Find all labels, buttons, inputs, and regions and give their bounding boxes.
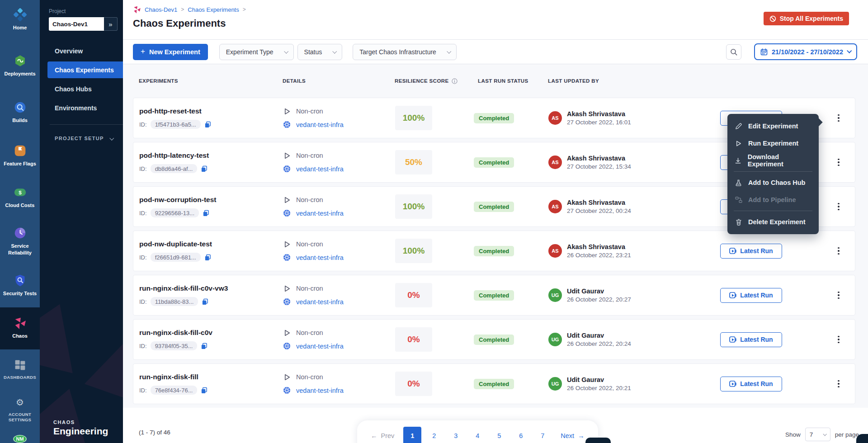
run-video-icon: [729, 248, 736, 254]
rail-item-dashboards[interactable]: DASHBOARDS: [0, 356, 40, 383]
pagination-bar: (1 - 7) of 46 ← Prev 1234567 Next → Show: [123, 408, 868, 443]
rail-item-deployments[interactable]: Deployments: [0, 52, 40, 80]
breadcrumb-link-experiments[interactable]: Chaos Experiments: [188, 6, 239, 13]
rail-item-feature-flags[interactable]: Feature Flags: [0, 141, 40, 170]
menu-item-add-to-pipeline[interactable]: Add to Pipeline: [727, 191, 819, 208]
page-button-1[interactable]: 1: [403, 427, 421, 443]
search-button[interactable]: [726, 44, 741, 60]
page-button-5[interactable]: 5: [490, 427, 508, 443]
row-menu-kebab-icon[interactable]: [833, 155, 844, 170]
updated-timestamp: 27 October 2022, 16:01: [567, 119, 631, 126]
sidebar-collapse-button[interactable]: »: [104, 17, 118, 31]
next-page-button[interactable]: Next →: [555, 427, 590, 443]
copy-icon[interactable]: [204, 121, 211, 128]
trash-icon: [735, 219, 742, 226]
breadcrumb-link-project[interactable]: Chaos-Dev1: [145, 6, 177, 13]
stop-all-experiments-button[interactable]: Stop All Experiments: [764, 12, 849, 25]
experiment-name[interactable]: run-nginx-disk-fill: [139, 373, 283, 381]
experiment-name[interactable]: run-nginx-disk-fill-c0v-vw3: [139, 284, 283, 292]
rail-item-security-tests[interactable]: Security Tests: [0, 271, 40, 299]
experiment-id: db8d6a46-af...: [151, 164, 198, 173]
row-menu-kebab-icon[interactable]: [833, 244, 844, 259]
row-menu-kebab-icon[interactable]: [833, 288, 844, 303]
page-size-select[interactable]: 7: [805, 428, 830, 441]
new-experiment-button[interactable]: + New Experiment: [133, 44, 208, 60]
copy-icon[interactable]: [204, 254, 211, 261]
menu-item-add-to-chaos-hub[interactable]: Add to Chaos Hub: [727, 174, 819, 191]
row-menu-kebab-icon[interactable]: [833, 377, 844, 391]
experiment-name[interactable]: pod-nw-corruption-test: [139, 196, 283, 204]
project-select-input[interactable]: [49, 17, 104, 31]
sidebar-item-chaos-experiments[interactable]: Chaos Experiments: [47, 61, 123, 78]
latest-run-button[interactable]: Latest Run: [720, 288, 782, 303]
latest-run-button[interactable]: Latest Run: [720, 332, 782, 347]
sidebar-item-environments[interactable]: Environments: [40, 99, 123, 116]
menu-divider: [734, 171, 812, 172]
infrastructure-link[interactable]: vedant-test-infra: [296, 165, 344, 173]
page-button-2[interactable]: 2: [425, 427, 443, 443]
infrastructure-link[interactable]: vedant-test-infra: [296, 210, 344, 217]
infrastructure-link[interactable]: vedant-test-infra: [296, 121, 344, 128]
rail-item-service-reliability[interactable]: Service Reliability: [0, 224, 40, 259]
page-button-6[interactable]: 6: [512, 427, 530, 443]
date-range-picker[interactable]: 21/10/2022 - 27/10/2022: [754, 43, 857, 60]
copy-icon[interactable]: [202, 298, 208, 305]
user-avatar[interactable]: NM: [13, 435, 27, 443]
context-menu-items: Edit Experiment Run Experiment Download …: [727, 118, 819, 231]
rail-item-chaos[interactable]: Chaos: [0, 307, 40, 349]
latest-run-button[interactable]: Latest Run: [720, 244, 782, 259]
sidebar-item-chaos-hubs[interactable]: Chaos Hubs: [40, 80, 123, 97]
copy-icon[interactable]: [201, 165, 208, 172]
filter-label: Experiment Type: [226, 48, 274, 56]
copy-icon[interactable]: [201, 343, 208, 349]
infrastructure-link[interactable]: vedant-test-infra: [296, 343, 344, 350]
id-prefix: ID:: [139, 298, 147, 305]
rail-item-cloud-costs[interactable]: $ Cloud Costs: [0, 183, 40, 211]
infrastructure-link[interactable]: vedant-test-infra: [296, 254, 344, 261]
latest-run-button[interactable]: Latest Run: [720, 377, 782, 391]
pencil-icon: [735, 123, 742, 130]
filter-experiment-type[interactable]: Experiment Type: [219, 44, 294, 60]
menu-item-run-experiment[interactable]: Run Experiment: [727, 135, 819, 152]
rail-item-home[interactable]: Home: [0, 5, 40, 33]
stop-circle-icon: [769, 15, 776, 22]
avatar: AS: [548, 200, 562, 213]
row-menu-kebab-icon[interactable]: [833, 332, 844, 347]
filter-label: Status: [304, 48, 322, 56]
rail-items: Home Deployments Builds Feature Flags $ …: [0, 0, 40, 349]
row-menu-kebab-icon[interactable]: [833, 111, 844, 126]
row-menu-kebab-icon[interactable]: [833, 199, 844, 214]
rail-item-builds[interactable]: Builds: [0, 98, 40, 126]
filter-target-infrastructure[interactable]: Target Chaos Infrastructure: [353, 44, 457, 60]
experiment-name[interactable]: pod-http-reset-test: [139, 107, 283, 115]
page-button-7[interactable]: 7: [533, 427, 552, 443]
experiment-name[interactable]: pod-nw-duplicate-test: [139, 240, 283, 248]
schedule-type: Non-cron: [296, 152, 323, 159]
experiment-name[interactable]: pod-http-latency-test: [139, 151, 283, 160]
cron-type-icon: [283, 241, 291, 248]
module-brand: CHAOS Engineering: [53, 419, 108, 437]
experiment-name[interactable]: run-nginx-disk-fill-c0v: [139, 329, 283, 337]
sidebar-item-overview[interactable]: Overview: [40, 42, 123, 59]
copy-icon[interactable]: [201, 387, 208, 394]
copy-icon[interactable]: [203, 210, 209, 217]
menu-item-download-experiment[interactable]: Download Experiment: [727, 152, 819, 169]
kubernetes-icon: [283, 165, 291, 173]
schedule-type: Non-cron: [296, 240, 323, 248]
infrastructure-link[interactable]: vedant-test-infra: [296, 298, 344, 306]
menu-item-edit-experiment[interactable]: Edit Experiment: [727, 118, 819, 135]
page-button-3[interactable]: 3: [447, 427, 465, 443]
infrastructure-link[interactable]: vedant-test-infra: [296, 387, 344, 394]
prev-page-button[interactable]: ← Prev: [365, 427, 400, 443]
rail-item-account-settings[interactable]: ⚙ ACCOUNT SETTINGS: [0, 393, 40, 426]
help-widget-corner[interactable]: [856, 434, 868, 443]
project-setup-section[interactable]: PROJECT SETUP: [55, 136, 113, 141]
menu-item-delete-experiment[interactable]: Delete Experiment: [727, 213, 819, 231]
page-button-4[interactable]: 4: [468, 427, 486, 443]
page-size-control: Show 7 per page: [785, 428, 859, 441]
plus-icon: +: [141, 47, 145, 56]
info-icon[interactable]: [452, 78, 458, 84]
kubernetes-icon: [283, 386, 291, 394]
chevron-down-icon: [109, 136, 114, 140]
filter-status[interactable]: Status: [297, 44, 343, 60]
